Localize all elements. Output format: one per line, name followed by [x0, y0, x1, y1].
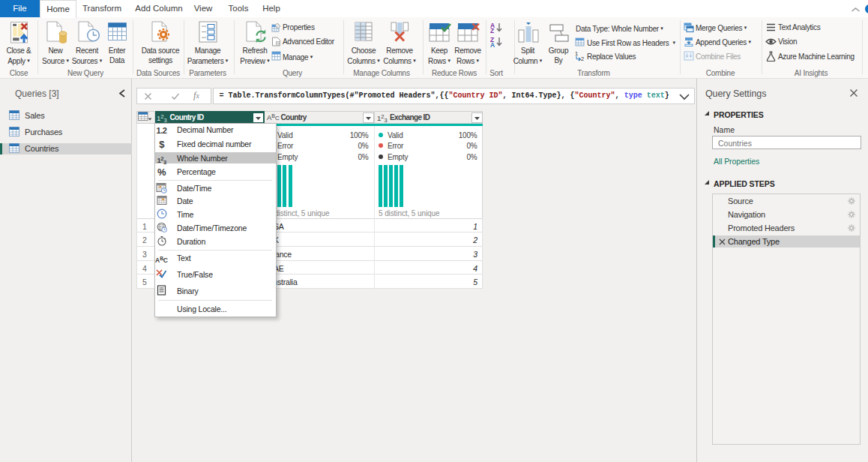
- svg-text:1: 1: [575, 51, 578, 57]
- svg-text:2: 2: [581, 56, 584, 62]
- svg-text:Z: Z: [490, 27, 494, 33]
